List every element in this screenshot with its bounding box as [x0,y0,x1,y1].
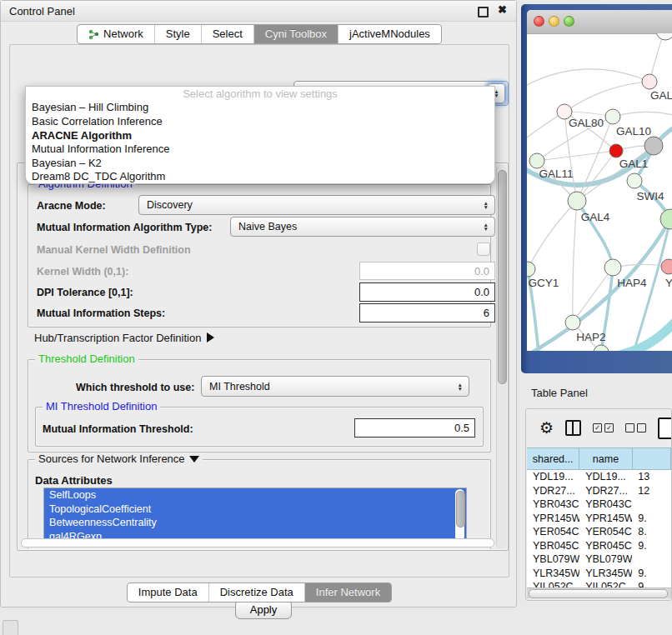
scrollbar-thumb[interactable] [456,491,465,528]
which-threshold-combo[interactable]: MI Threshold ▲▼ [201,376,469,397]
data-attributes-list[interactable]: SelfLoopsTopologicalCoefficientBetweenne… [43,488,467,542]
columns-icon[interactable] [565,420,581,436]
mi-type-label: Mutual Information Algorithm Type: [37,222,212,233]
tab-discretize-data[interactable]: Discretize Data [209,583,305,602]
attribute-list-item[interactable]: BetweennessCentrality [44,516,466,530]
network-node-gcy1[interactable] [527,262,535,277]
table-cell: YBR043C [579,498,632,512]
expanded-arrow-icon [189,456,199,462]
network-node-hap2[interactable] [565,315,580,330]
table-cell: 13 [632,470,671,484]
table-cell: YPR145W [527,512,579,526]
tab-infer-network[interactable]: Infer Network [305,583,391,602]
apply-button[interactable]: Apply [235,600,292,619]
network-node[interactable] [594,345,609,351]
dropdown-option-list: Bayesian – Hill ClimbingBasic Correlatio… [26,101,494,184]
table-row[interactable]: YDR27...YDR27...12 [527,484,671,498]
tab-cyni-toolbox[interactable]: Cyni Toolbox [254,25,339,43]
settings-horizontal-scrollbar[interactable] [21,538,494,548]
export-table-icon[interactable] [658,418,672,439]
network-node[interactable] [656,33,672,40]
network-node-gal10[interactable] [605,109,620,124]
table-cell: YBR043C [527,498,579,512]
float-window-icon[interactable] [478,7,489,18]
close-icon[interactable]: ✖ [498,3,507,16]
table-toolbar: ⚙ ✓✓ [526,409,671,446]
tab-network[interactable]: Network [78,25,155,43]
table-column-header[interactable]: name [579,448,632,469]
network-node-gal1[interactable] [609,144,623,158]
dropdown-option[interactable]: Bayesian – Hill Climbing [26,101,494,115]
network-edge[interactable] [613,112,672,117]
hub-definition-toggle[interactable]: Hub/Transcription Factor Definition [34,332,214,344]
kernel-width-value: 0.0 [474,265,489,278]
network-node-hap4[interactable] [604,259,621,276]
aracne-mode-combo[interactable]: Discovery ▲▼ [138,195,495,215]
network-canvas[interactable]: GAL...GAL80GAL10GAL1GAL11SWI4GAL4GCY1HAP… [527,33,672,351]
network-edge[interactable] [622,322,672,351]
attribute-list-item[interactable]: SelfLoops [44,488,466,502]
mi-type-value: Naive Bayes [238,221,297,232]
table-column-header[interactable]: shared... [527,448,579,469]
minimize-traffic-light[interactable] [549,16,559,27]
table-row[interactable]: YBR043CYBR043C [527,498,671,512]
kernel-width-field[interactable]: 0.0 [359,262,495,280]
list-scrollbar[interactable] [455,489,464,541]
table-row[interactable]: YBL079WYBL079W [527,552,671,567]
minimized-panel-chip[interactable] [3,620,18,635]
network-node[interactable] [660,209,672,229]
network-edge[interactable] [528,201,577,269]
cyni-toolbox-content: ▲▼ galFiltered.sif default node ▲▼ Selec… [9,44,509,578]
table-header-row: shared...name [527,448,671,470]
table-cell: 8. [632,525,671,539]
cyni-algorithm-settings-group: Cyni Algorithm Settings Algorithm Defini… [17,162,509,551]
gear-icon[interactable]: ⚙ [539,420,554,436]
dpi-tolerance-value: 0.0 [474,286,489,298]
network-window-titlebar[interactable] [527,10,672,34]
table-cell [632,498,671,512]
network-node-y[interactable] [661,259,672,274]
scrollbar-thumb[interactable] [498,170,507,384]
table-cell: 9. [632,539,671,553]
settings-vertical-scrollbar[interactable] [496,165,507,548]
dropdown-option[interactable]: Dream8 DC_TDC Algorithm [26,170,494,184]
table-row[interactable]: YPR145WYPR145W9. [527,512,671,526]
close-traffic-light[interactable] [534,16,544,27]
attribute-list-item[interactable]: TopologicalCoefficient [44,502,466,517]
network-node-gal4[interactable] [568,192,586,210]
table-cell: YBL079W [579,552,632,567]
zoom-traffic-light[interactable] [564,16,574,27]
dpi-tolerance-field[interactable]: 0.0 [359,282,495,302]
tab-jactivemnodules[interactable]: jActiveMNodules [339,25,441,43]
table-row[interactable]: YDL19...YDL19...13 [527,470,671,484]
dropdown-option[interactable]: Bayesian – K2 [26,156,494,170]
hub-definition-label: Hub/Transcription Factor Definition [34,332,201,344]
mi-steps-field[interactable]: 6 [359,303,495,322]
table-row[interactable]: YLR345WYLR345W9. [527,567,671,581]
network-node-gal[interactable] [642,74,657,89]
dropdown-option[interactable]: Mutual Information Inference [26,142,494,156]
table-horizontal-scrollbar[interactable] [527,588,671,598]
mi-type-combo[interactable]: Naive Bayes ▲▼ [230,217,495,237]
table-row[interactable]: YBR045CYBR045C9. [527,539,671,553]
collapsed-arrow-icon [207,332,214,342]
network-node[interactable] [644,137,663,155]
tab-impute-data[interactable]: Impute Data [128,583,209,602]
table-row[interactable]: YER054CYER054C8. [527,525,671,539]
table-row[interactable]: YIL052CYIL052C9 [527,580,671,588]
tab-style[interactable]: Style [155,25,202,43]
network-edge[interactable] [527,69,649,85]
table-column-header[interactable] [633,448,671,469]
dropdown-option[interactable]: ARACNE Algorithm [26,128,494,142]
network-node-swi4[interactable] [627,173,642,188]
network-node-gal11[interactable] [529,153,544,168]
network-edge[interactable] [573,201,577,322]
network-edge[interactable] [570,82,649,108]
select-all-columns-icon[interactable]: ✓✓ [593,423,614,432]
manual-kernel-checkbox[interactable] [477,242,490,256]
tab-select[interactable]: Select [202,25,254,43]
deselect-all-columns-icon[interactable] [625,423,646,432]
scrollbar-thumb[interactable] [529,589,668,598]
mi-threshold-field[interactable]: 0.5 [354,418,475,438]
dropdown-option[interactable]: Basic Correlation Inference [26,114,494,128]
